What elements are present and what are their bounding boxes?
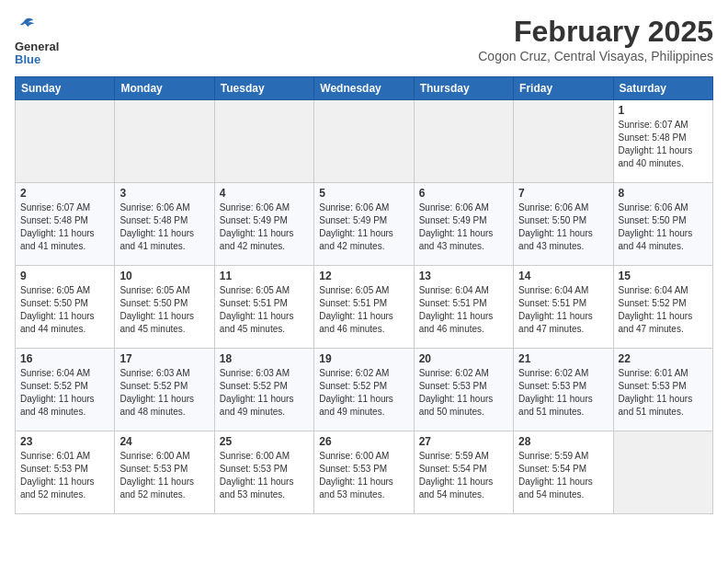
calendar-cell: 1Sunrise: 6:07 AM Sunset: 5:48 PM Daylig…	[613, 99, 712, 182]
page-header: General Blue February 2025 Cogon Cruz, C…	[15, 15, 713, 67]
day-number: 15	[619, 270, 708, 282]
day-number: 21	[518, 352, 608, 365]
month-year-title: February 2025	[478, 15, 713, 49]
logo-bird-icon	[15, 15, 37, 37]
calendar-cell	[214, 99, 313, 182]
calendar-cell	[613, 431, 712, 513]
logo-general: General	[15, 40, 59, 53]
calendar-cell: 13Sunrise: 6:04 AM Sunset: 5:51 PM Dayli…	[414, 265, 513, 348]
calendar-cell	[514, 99, 613, 182]
calendar-cell: 21Sunrise: 6:02 AM Sunset: 5:53 PM Dayli…	[514, 348, 613, 431]
day-number: 4	[220, 187, 309, 200]
day-number: 27	[419, 435, 508, 448]
day-info: Sunrise: 6:01 AM Sunset: 5:53 PM Dayligh…	[619, 367, 708, 419]
day-info: Sunrise: 6:05 AM Sunset: 5:50 PM Dayligh…	[119, 284, 209, 336]
calendar-cell: 27Sunrise: 5:59 AM Sunset: 5:54 PM Dayli…	[414, 431, 513, 513]
day-number: 10	[119, 270, 209, 282]
weekday-header-wednesday: Wednesday	[314, 76, 414, 99]
day-info: Sunrise: 6:03 AM Sunset: 5:52 PM Dayligh…	[220, 367, 309, 419]
calendar-cell: 8Sunrise: 6:06 AM Sunset: 5:50 PM Daylig…	[613, 182, 712, 265]
calendar-cell: 28Sunrise: 5:59 AM Sunset: 5:54 PM Dayli…	[514, 431, 613, 513]
day-number: 11	[220, 270, 309, 282]
day-number: 25	[220, 435, 309, 448]
day-number: 17	[119, 352, 209, 365]
day-info: Sunrise: 6:04 AM Sunset: 5:52 PM Dayligh…	[619, 284, 708, 336]
day-number: 13	[419, 270, 508, 282]
calendar-cell: 25Sunrise: 6:00 AM Sunset: 5:53 PM Dayli…	[214, 431, 313, 513]
calendar-cell: 2Sunrise: 6:07 AM Sunset: 5:48 PM Daylig…	[16, 182, 115, 265]
calendar-cell	[16, 99, 115, 182]
calendar-cell: 9Sunrise: 6:05 AM Sunset: 5:50 PM Daylig…	[16, 265, 115, 348]
day-info: Sunrise: 6:05 AM Sunset: 5:50 PM Dayligh…	[20, 284, 109, 336]
day-info: Sunrise: 6:02 AM Sunset: 5:53 PM Dayligh…	[419, 367, 508, 419]
day-number: 9	[20, 270, 109, 282]
calendar-week-row: 16Sunrise: 6:04 AM Sunset: 5:52 PM Dayli…	[16, 348, 713, 431]
calendar-cell	[115, 99, 214, 182]
calendar-cell: 10Sunrise: 6:05 AM Sunset: 5:50 PM Dayli…	[115, 265, 214, 348]
day-number: 6	[419, 187, 508, 200]
calendar-cell: 20Sunrise: 6:02 AM Sunset: 5:53 PM Dayli…	[414, 348, 513, 431]
day-number: 14	[518, 270, 608, 282]
day-number: 20	[419, 352, 508, 365]
day-info: Sunrise: 6:06 AM Sunset: 5:49 PM Dayligh…	[319, 201, 408, 253]
day-info: Sunrise: 6:02 AM Sunset: 5:53 PM Dayligh…	[518, 367, 608, 419]
calendar-cell: 17Sunrise: 6:03 AM Sunset: 5:52 PM Dayli…	[115, 348, 214, 431]
calendar-cell: 3Sunrise: 6:06 AM Sunset: 5:48 PM Daylig…	[115, 182, 214, 265]
day-info: Sunrise: 6:07 AM Sunset: 5:48 PM Dayligh…	[619, 119, 708, 170]
weekday-header-friday: Friday	[514, 76, 613, 99]
calendar-cell: 24Sunrise: 6:00 AM Sunset: 5:53 PM Dayli…	[115, 431, 214, 513]
calendar-cell: 14Sunrise: 6:04 AM Sunset: 5:51 PM Dayli…	[514, 265, 613, 348]
day-info: Sunrise: 6:03 AM Sunset: 5:52 PM Dayligh…	[119, 367, 209, 419]
calendar-cell: 4Sunrise: 6:06 AM Sunset: 5:49 PM Daylig…	[214, 182, 313, 265]
day-info: Sunrise: 6:06 AM Sunset: 5:50 PM Dayligh…	[518, 201, 608, 253]
day-number: 18	[220, 352, 309, 365]
day-info: Sunrise: 6:01 AM Sunset: 5:53 PM Dayligh…	[20, 450, 109, 501]
calendar-week-row: 9Sunrise: 6:05 AM Sunset: 5:50 PM Daylig…	[16, 265, 713, 348]
day-info: Sunrise: 6:06 AM Sunset: 5:50 PM Dayligh…	[619, 201, 708, 253]
calendar-cell: 23Sunrise: 6:01 AM Sunset: 5:53 PM Dayli…	[16, 431, 115, 513]
day-number: 16	[20, 352, 109, 365]
day-info: Sunrise: 6:07 AM Sunset: 5:48 PM Dayligh…	[20, 201, 109, 253]
calendar-cell: 19Sunrise: 6:02 AM Sunset: 5:52 PM Dayli…	[314, 348, 414, 431]
day-number: 2	[20, 187, 109, 200]
calendar-cell	[414, 99, 513, 182]
day-info: Sunrise: 6:02 AM Sunset: 5:52 PM Dayligh…	[319, 367, 408, 419]
calendar-week-row: 1Sunrise: 6:07 AM Sunset: 5:48 PM Daylig…	[16, 99, 713, 182]
calendar-table: SundayMondayTuesdayWednesdayThursdayFrid…	[15, 76, 713, 514]
calendar-cell: 5Sunrise: 6:06 AM Sunset: 5:49 PM Daylig…	[314, 182, 414, 265]
day-number: 28	[518, 435, 608, 448]
calendar-cell: 18Sunrise: 6:03 AM Sunset: 5:52 PM Dayli…	[214, 348, 313, 431]
logo-blue: Blue	[15, 52, 40, 66]
day-info: Sunrise: 6:04 AM Sunset: 5:52 PM Dayligh…	[20, 367, 109, 419]
day-number: 7	[518, 187, 608, 200]
day-info: Sunrise: 6:00 AM Sunset: 5:53 PM Dayligh…	[319, 450, 408, 501]
weekday-header-thursday: Thursday	[414, 76, 513, 99]
day-info: Sunrise: 6:06 AM Sunset: 5:49 PM Dayligh…	[220, 201, 309, 253]
calendar-cell: 6Sunrise: 6:06 AM Sunset: 5:49 PM Daylig…	[414, 182, 513, 265]
day-info: Sunrise: 6:04 AM Sunset: 5:51 PM Dayligh…	[518, 284, 608, 336]
day-info: Sunrise: 6:06 AM Sunset: 5:48 PM Dayligh…	[119, 201, 209, 253]
day-info: Sunrise: 6:04 AM Sunset: 5:51 PM Dayligh…	[419, 284, 508, 336]
day-info: Sunrise: 6:05 AM Sunset: 5:51 PM Dayligh…	[220, 284, 309, 336]
day-info: Sunrise: 6:06 AM Sunset: 5:49 PM Dayligh…	[419, 201, 508, 253]
day-number: 26	[319, 435, 408, 448]
weekday-header-tuesday: Tuesday	[214, 76, 313, 99]
calendar-cell	[314, 99, 414, 182]
day-info: Sunrise: 5:59 AM Sunset: 5:54 PM Dayligh…	[419, 450, 508, 501]
day-number: 12	[319, 270, 408, 282]
location-subtitle: Cogon Cruz, Central Visayas, Philippines	[478, 49, 713, 63]
weekday-header-sunday: Sunday	[16, 76, 115, 99]
calendar-week-row: 23Sunrise: 6:01 AM Sunset: 5:53 PM Dayli…	[16, 431, 713, 513]
day-number: 3	[119, 187, 209, 200]
logo: General Blue	[15, 15, 59, 67]
calendar-cell: 11Sunrise: 6:05 AM Sunset: 5:51 PM Dayli…	[214, 265, 313, 348]
weekday-header-saturday: Saturday	[613, 76, 712, 99]
calendar-cell: 16Sunrise: 6:04 AM Sunset: 5:52 PM Dayli…	[16, 348, 115, 431]
day-info: Sunrise: 6:00 AM Sunset: 5:53 PM Dayligh…	[119, 450, 209, 501]
day-number: 24	[119, 435, 209, 448]
day-number: 5	[319, 187, 408, 200]
calendar-cell: 15Sunrise: 6:04 AM Sunset: 5:52 PM Dayli…	[613, 265, 712, 348]
calendar-week-row: 2Sunrise: 6:07 AM Sunset: 5:48 PM Daylig…	[16, 182, 713, 265]
day-info: Sunrise: 5:59 AM Sunset: 5:54 PM Dayligh…	[518, 450, 608, 501]
title-block: February 2025 Cogon Cruz, Central Visaya…	[478, 15, 713, 63]
